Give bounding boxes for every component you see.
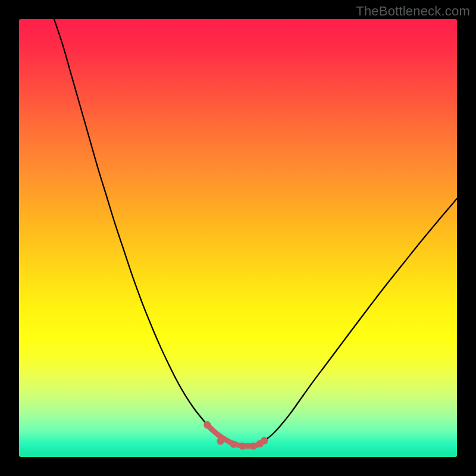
highlight-dot xyxy=(217,437,224,444)
highlight-dot xyxy=(261,437,268,444)
highlight-dot xyxy=(203,421,211,428)
plot-area xyxy=(19,19,457,457)
attribution-label: TheBottleneck.com xyxy=(356,4,470,19)
highlight-dots xyxy=(203,421,268,450)
highlight-dot xyxy=(230,440,237,447)
chart-svg xyxy=(19,19,457,457)
bottleneck-curve xyxy=(54,19,457,446)
highlight-dot xyxy=(250,442,257,449)
chart-frame: TheBottleneck.com xyxy=(0,0,476,476)
main-curve xyxy=(54,19,457,446)
highlight-dot xyxy=(239,442,246,449)
